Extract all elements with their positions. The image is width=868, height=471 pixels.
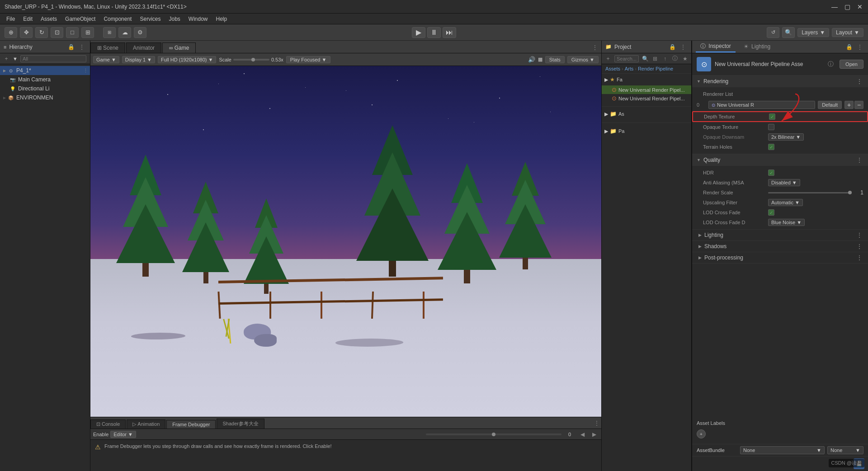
rendering-section-header[interactable]: ▼ Rendering ⋮ [692,75,868,87]
menu-help[interactable]: Help [212,15,231,23]
menu-services[interactable]: Services [136,15,164,23]
menu-jobs[interactable]: Jobs [165,15,184,23]
post-processing-section-header[interactable]: ▶ Post-processing ⋮ [692,252,868,263]
settings-btn[interactable]: ⚙ [134,27,146,38]
play-focused-button[interactable]: Play Focused ▼ [286,56,331,63]
lod-cross-fade-d-dropdown[interactable]: Blue Noise ▼ [768,219,805,226]
resolution-dropdown[interactable]: Full HD (1920x1080) ▼ [158,56,216,63]
mute-icon[interactable]: 🔊 [528,56,535,63]
transform-tool-move[interactable]: ✥ [20,27,33,38]
project-packages-header[interactable]: ▶ 📁 Pa [602,127,691,135]
tab-scene[interactable]: ⊞Scene [90,42,125,53]
project-filter-btn[interactable]: ⊞ [651,54,660,63]
play-button[interactable]: ▶ [412,27,425,38]
gizmos-button[interactable]: Gizmos ▼ [567,56,599,63]
lighting-tab[interactable]: ☀ Lighting [739,42,775,52]
menu-assets[interactable]: Assets [37,15,61,23]
terrain-holes-checkbox[interactable]: ✓ [768,144,774,150]
transform-tool-hand[interactable]: ⊕ [5,27,17,38]
hierarchy-item-camera[interactable]: 📷 Main Camera [0,75,90,84]
project-search-btn[interactable]: 🔍 [641,54,650,63]
open-button[interactable]: Open [840,60,863,69]
lighting-options-icon[interactable]: ⋮ [855,231,863,239]
asset-info-icon[interactable]: ⓘ [828,60,834,68]
quality-section-header[interactable]: ▼ Quality ⋮ [692,154,868,166]
inspector-lock-btn[interactable]: 🔒 [844,42,854,52]
cloud-btn[interactable]: ☁ [118,27,131,38]
tab-console[interactable]: ⊡Console [90,419,126,429]
item-options-icon[interactable]: ⋮ [83,68,88,74]
close-button[interactable]: ✕ [856,3,863,10]
shadows-section-header[interactable]: ▶ Shadows ⋮ [692,241,868,252]
search-btn[interactable]: 🔍 [782,27,795,38]
menu-component[interactable]: Component [100,15,135,23]
opaque-downsample-dropdown[interactable]: 2x Bilinear ▼ [768,133,804,141]
project-favorites-header[interactable]: ▶ ★ Fa [602,75,691,84]
hierarchy-lock-btn[interactable]: 🔒 [66,42,75,52]
hierarchy-add-btn[interactable]: + [2,54,11,63]
project-lock-btn[interactable]: 🔒 [668,42,677,52]
scale-track[interactable] [233,59,269,61]
inspector-tab[interactable]: ⓘ Inspector [696,41,736,52]
display-dropdown[interactable]: Display 1 ▼ [122,56,155,63]
quality-options-icon[interactable]: ⋮ [855,156,863,164]
inspector-more-btn[interactable]: ⋮ [855,42,864,52]
stats-icon[interactable]: ▦ [538,57,542,62]
transform-tool-combined[interactable]: ⊞ [81,27,94,38]
hierarchy-more-btn[interactable]: ⋮ [77,42,86,52]
transform-tool-rect[interactable]: □ [66,27,79,38]
hierarchy-item-env[interactable]: ▶ 📦 ENVIRONMEN [0,93,90,102]
stats-button[interactable]: Stats [545,56,565,63]
layout-dropdown[interactable]: Layout ▼ [832,28,863,37]
transform-tool-scale[interactable]: ⊡ [51,27,63,38]
project-search-input[interactable] [614,55,639,62]
grid-snap-btn[interactable]: ⊞ [103,27,116,38]
anti-aliasing-dropdown[interactable]: Disabled ▼ [768,179,800,186]
tab-shader-ref[interactable]: Shader参考大全 [217,419,264,429]
tab-frame-debugger[interactable]: Frame Debugger [166,420,216,429]
maximize-button[interactable]: ▢ [844,3,851,10]
menu-window[interactable]: Window [185,15,212,23]
hdr-checkbox[interactable]: ✓ [768,170,774,176]
asset-label-add-btn[interactable]: + [697,429,706,438]
project-more-btn[interactable]: ⋮ [679,42,688,52]
project-add-btn[interactable]: + [604,54,613,63]
project-star-btn[interactable]: ★ [680,54,689,63]
minimize-button[interactable]: — [831,3,838,10]
breadcrumb-assets[interactable]: Assets [605,66,620,71]
project-item-urp-2[interactable]: ▶ ⊙ New Universal Render Pipel... [602,94,691,103]
game-view-dropdown[interactable]: Game ▼ [93,56,119,63]
tab-animation[interactable]: ▷Animation [127,419,165,429]
frame-next-btn[interactable]: ▶ [590,430,599,439]
asset-bundle-dropdown-2[interactable]: None ▼ [827,446,863,454]
shadows-options-icon[interactable]: ⋮ [855,243,863,250]
project-info-btn[interactable]: ⓘ [670,54,679,63]
hierarchy-item-light[interactable]: 💡 Directional Li [0,84,90,93]
lighting-section-header[interactable]: ▶ Lighting ⋮ [692,230,868,240]
renderer-add-btn[interactable]: + [844,101,854,109]
post-processing-options-icon[interactable]: ⋮ [855,254,863,261]
frame-prev-btn[interactable]: ◀ [578,430,587,439]
step-button[interactable]: ⏭ [443,27,456,38]
pause-button[interactable]: ⏸ [427,27,441,38]
bottom-tabs-more-btn[interactable]: ⋮ [592,419,601,428]
layers-dropdown[interactable]: Layers ▼ [797,28,829,37]
breadcrumb-arts[interactable]: Arts [625,66,634,71]
project-vcs-btn[interactable]: ↑ [660,54,670,63]
hierarchy-item-p4[interactable]: ▶ ⊙ P4_1* ⋮ [0,66,90,75]
tabs-more-btn[interactable]: ⋮ [590,43,599,52]
editor-dropdown[interactable]: Editor ▼ [110,431,136,438]
asset-bundle-dropdown[interactable]: None ▼ [740,446,825,454]
render-scale-slider[interactable] [768,192,852,193]
breadcrumb-render-pipeline[interactable]: Render Pipeline [638,66,673,71]
project-assets-header[interactable]: ▶ 📁 As [602,110,691,118]
project-item-urp-1[interactable]: ▶ ⊙ New Universal Render Pipel... [602,85,691,94]
lod-cross-fade-checkbox[interactable]: ✓ [768,209,774,216]
transform-tool-rotate[interactable]: ↻ [35,27,48,38]
rendering-options-icon[interactable]: ⋮ [855,78,863,85]
menu-edit[interactable]: Edit [19,15,36,23]
menu-gameobject[interactable]: GameObject [61,15,99,23]
renderer-remove-btn[interactable]: − [854,101,863,109]
upscaling-filter-dropdown[interactable]: Automatic ▼ [768,199,803,206]
tab-game[interactable]: ∞Game [162,42,196,53]
